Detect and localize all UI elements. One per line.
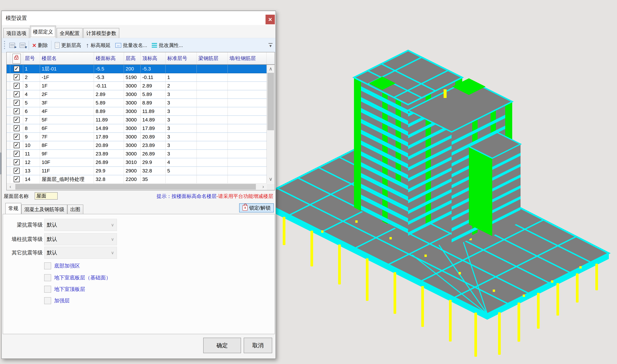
row-checkbox[interactable]: ✓ — [14, 74, 20, 80]
cell-楼层名[interactable]: 10F — [40, 158, 94, 166]
cell-楼层名[interactable]: 4F — [40, 107, 94, 116]
cell-顶标高[interactable]: 8.89 — [141, 99, 166, 107]
row-checkbox[interactable]: ✓ — [14, 100, 20, 106]
cell-楼层名[interactable]: 9F — [40, 150, 94, 158]
cell-墙/柱钢筋层[interactable] — [228, 65, 267, 73]
cell-墙/柱钢筋层[interactable] — [228, 99, 267, 107]
horizontal-scrollbar[interactable]: ‹ › — [7, 183, 267, 190]
elevation-extend-button[interactable]: ↑ 标高顺延 — [83, 40, 113, 51]
table-row[interactable]: ✓14屋面层_临时待处理32.8220035 — [7, 175, 274, 184]
cell-楼层名[interactable]: 5F — [40, 116, 94, 124]
table-row[interactable]: ✓42F2.8930005.893 — [7, 90, 274, 99]
cell-梁钢筋层[interactable] — [197, 124, 228, 132]
3d-model-view[interactable] — [276, 0, 617, 364]
cell-楼层名[interactable]: 屋面层_临时待处理 — [40, 175, 94, 183]
table-row[interactable]: ✓11层-01-5.5200-5.3 — [7, 65, 274, 73]
table-row[interactable]: ✓2-1F-5.35190-0.111 — [7, 73, 274, 82]
cell-层号[interactable]: 5 — [23, 99, 40, 107]
dropdown-0[interactable]: 默认∨ — [44, 219, 117, 231]
cell-层高[interactable]: 2900 — [124, 167, 141, 175]
cell-标准层号[interactable] — [166, 65, 197, 73]
row-checkbox[interactable]: ✓ — [14, 134, 20, 140]
cell-墙/柱钢筋层[interactable] — [228, 158, 267, 166]
cell-楼面标高[interactable]: -0.11 — [94, 82, 124, 90]
cell-层高[interactable]: 3000 — [124, 107, 141, 116]
cell-顶标高[interactable]: 11.89 — [141, 107, 166, 116]
cell-标准层号[interactable]: 3 — [166, 133, 197, 141]
cell-层号[interactable]: 8 — [23, 124, 40, 132]
cell-层高[interactable]: 200 — [124, 65, 141, 73]
subtab-2[interactable]: 出图 — [67, 205, 83, 214]
cell-楼层名[interactable]: 1层-01 — [40, 65, 94, 73]
cell-顶标高[interactable]: 14.89 — [141, 116, 166, 124]
cell-标准层号[interactable]: 3 — [166, 124, 197, 132]
cell-标准层号[interactable]: 1 — [166, 73, 197, 81]
table-row[interactable]: ✓1311F29.9290032.85 — [7, 167, 274, 175]
roof-name-input[interactable] — [35, 192, 58, 200]
dialog-titlebar[interactable]: 模型设置 × — [2, 11, 276, 25]
row-checkbox[interactable]: ✓ — [14, 91, 20, 97]
cell-顶标高[interactable]: 35 — [141, 175, 166, 183]
table-row[interactable]: ✓86F14.89300017.893 — [7, 124, 274, 133]
cell-梁钢筋层[interactable] — [197, 150, 228, 158]
cell-层高[interactable]: 3000 — [124, 141, 141, 149]
cell-梁钢筋层[interactable] — [197, 175, 228, 183]
cell-层高[interactable]: 3000 — [124, 82, 141, 90]
table-row[interactable]: ✓119F23.89300026.893 — [7, 150, 274, 158]
row-checkbox[interactable]: ✓ — [14, 176, 20, 182]
dropdown-2[interactable]: 默认∨ — [44, 247, 117, 259]
cell-梁钢筋层[interactable] — [197, 82, 228, 90]
cell-标准层号[interactable]: 4 — [166, 158, 197, 166]
table-row[interactable]: ✓1210F26.89301029.94 — [7, 158, 274, 167]
insert-row-after-button[interactable] — [17, 40, 28, 51]
cell-楼面标高[interactable]: -5.5 — [94, 65, 124, 73]
cell-梁钢筋层[interactable] — [197, 107, 228, 116]
cell-层号[interactable]: 9 — [23, 133, 40, 141]
cell-顶标高[interactable]: 5.89 — [141, 90, 166, 98]
cell-梁钢筋层[interactable] — [197, 90, 228, 98]
tab-1[interactable]: 楼层定义 — [30, 26, 56, 38]
row-checkbox[interactable]: ✓ — [14, 151, 20, 157]
cell-楼层名[interactable]: 7F — [40, 133, 94, 141]
cell-墙/柱钢筋层[interactable] — [228, 175, 267, 183]
row-checkbox[interactable]: ✓ — [14, 66, 20, 72]
row-checkbox[interactable]: ✓ — [14, 108, 20, 114]
cell-层号[interactable]: 4 — [23, 90, 40, 98]
row-checkbox[interactable]: ✓ — [14, 159, 20, 165]
header-lock-cell[interactable] — [10, 52, 23, 64]
cell-层号[interactable]: 10 — [23, 141, 40, 149]
cell-层高[interactable]: 3000 — [124, 116, 141, 124]
cell-层号[interactable]: 14 — [23, 175, 40, 183]
row-checkbox[interactable]: ✓ — [14, 142, 20, 148]
cell-顶标高[interactable]: 26.89 — [141, 150, 166, 158]
cell-墙/柱钢筋层[interactable] — [228, 150, 267, 158]
cell-墙/柱钢筋层[interactable] — [228, 90, 267, 98]
cell-墙/柱钢筋层[interactable] — [228, 167, 267, 175]
cell-墙/柱钢筋层[interactable] — [228, 73, 267, 81]
table-row[interactable]: ✓64F8.89300011.893 — [7, 107, 274, 116]
cell-楼面标高[interactable]: 26.89 — [94, 158, 124, 166]
cell-梁钢筋层[interactable] — [197, 158, 228, 166]
cell-梁钢筋层[interactable] — [197, 116, 228, 124]
cell-梁钢筋层[interactable] — [197, 99, 228, 107]
row-checkbox[interactable]: ✓ — [14, 168, 20, 174]
row-checkbox[interactable]: ✓ — [14, 125, 20, 131]
cell-楼面标高[interactable]: 14.89 — [94, 124, 124, 132]
cell-层号[interactable]: 1 — [23, 65, 40, 73]
row-checkbox[interactable]: ✓ — [14, 83, 20, 89]
cell-顶标高[interactable]: 17.89 — [141, 124, 166, 132]
cell-层高[interactable]: 5190 — [124, 73, 141, 81]
insert-row-before-button[interactable] — [7, 40, 17, 51]
delete-button[interactable]: × 删除 — [30, 40, 50, 51]
scroll-right-icon[interactable]: › — [259, 183, 267, 190]
cell-楼面标高[interactable]: 11.89 — [94, 116, 124, 124]
cell-标准层号[interactable]: 3 — [166, 141, 197, 149]
checkbox-3[interactable] — [44, 297, 51, 304]
cell-梁钢筋层[interactable] — [197, 167, 228, 175]
cell-楼面标高[interactable]: 20.89 — [94, 141, 124, 149]
cell-梁钢筋层[interactable] — [197, 73, 228, 81]
scroll-down-icon[interactable]: ∨ — [267, 175, 274, 183]
scroll-up-icon[interactable]: ∧ — [267, 65, 274, 73]
cell-层号[interactable]: 7 — [23, 116, 40, 124]
table-row[interactable]: ✓53F5.8930008.893 — [7, 99, 274, 107]
